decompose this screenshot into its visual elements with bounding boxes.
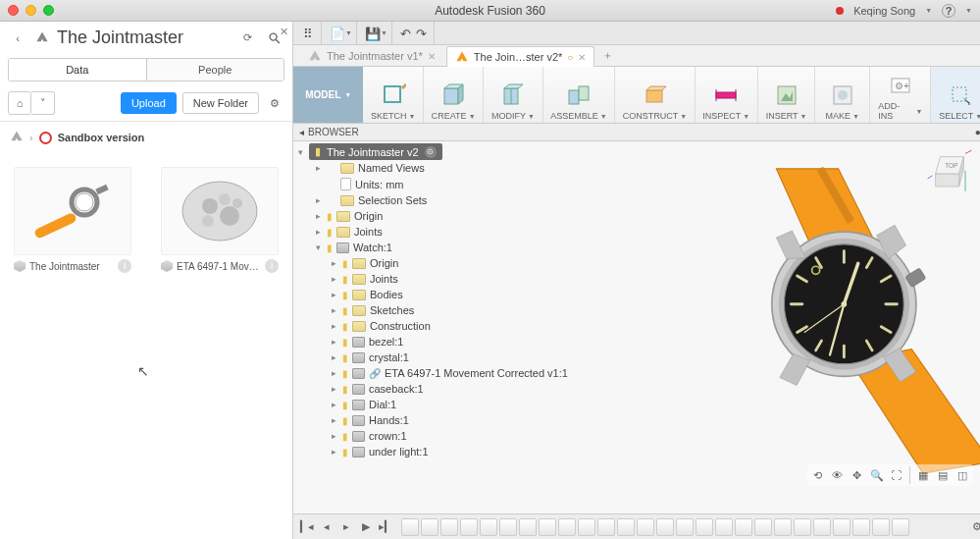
timeline-feature[interactable] xyxy=(440,518,458,536)
info-icon[interactable]: i xyxy=(265,259,279,273)
save-icon[interactable]: 💾 xyxy=(365,27,379,40)
ribbon-make[interactable]: MAKE ▼ xyxy=(815,67,870,123)
file-item[interactable]: ETA 6497-1 Move… i xyxy=(161,167,279,273)
expand-icon[interactable]: ▸ xyxy=(329,447,338,457)
zoom-window-button[interactable] xyxy=(43,5,54,16)
timeline-feature[interactable] xyxy=(696,518,713,536)
bulb-icon[interactable]: ▮ xyxy=(327,243,333,253)
tree-root[interactable]: ▮ The Jointmaster v2 ⊙ xyxy=(309,143,442,160)
timeline-end-icon[interactable]: ▸▎ xyxy=(378,519,393,535)
tree-node[interactable]: ▸▮Construction xyxy=(327,319,590,333)
help-icon[interactable]: ? xyxy=(942,4,955,18)
timeline-feature[interactable] xyxy=(578,518,595,536)
timeline-feature[interactable] xyxy=(519,518,537,536)
viewcube[interactable]: TOP xyxy=(926,147,973,194)
timeline-feature[interactable] xyxy=(754,518,772,536)
expand-icon[interactable]: ▸ xyxy=(313,227,323,237)
file-item[interactable]: The Jointmaster i xyxy=(14,167,131,273)
new-folder-button[interactable]: New Folder xyxy=(182,92,259,114)
timeline-feature[interactable] xyxy=(460,518,478,536)
bulb-icon[interactable]: ▮ xyxy=(327,227,333,238)
expand-icon[interactable]: ▸ xyxy=(329,274,338,284)
bulb-icon[interactable]: ▮ xyxy=(342,352,348,363)
tree-node[interactable]: ▸▮Origin xyxy=(327,256,590,270)
ribbon-modify[interactable]: MODIFY ▼ xyxy=(484,67,542,123)
ribbon-select[interactable]: SELECT ▼ xyxy=(931,67,980,123)
user-menu-icon[interactable]: ▼ xyxy=(925,7,932,14)
file-menu-icon[interactable]: ▼ xyxy=(345,29,352,36)
pan-icon[interactable]: ✥ xyxy=(849,466,866,484)
tree-node[interactable]: ▸Named Views xyxy=(311,161,590,175)
workspace-switcher[interactable]: MODEL ▼ xyxy=(293,67,363,123)
user-name[interactable]: Keqing Song xyxy=(853,5,915,17)
timeline-next-icon[interactable]: ▸ xyxy=(338,519,354,535)
tree-node[interactable]: ▸▮Joints xyxy=(327,272,590,286)
expand-icon[interactable]: ▸ xyxy=(329,431,338,441)
document-tab[interactable]: The Join…ster v2* ○ ✕ xyxy=(446,46,595,67)
grid-icon[interactable]: ▤ xyxy=(934,466,952,484)
timeline-feature[interactable] xyxy=(539,518,556,536)
tree-node[interactable]: ▸▮caseback:1 xyxy=(327,382,590,396)
back-button[interactable]: ‹ xyxy=(8,28,27,48)
timeline-feature[interactable] xyxy=(872,518,890,536)
timeline-feature[interactable] xyxy=(637,518,654,536)
timeline-feature[interactable] xyxy=(735,518,752,536)
tree-node[interactable]: ▸▮Dial:1 xyxy=(327,398,590,411)
zoom-icon[interactable]: 🔍 xyxy=(868,466,886,484)
tree-node[interactable]: ▸▮crown:1 xyxy=(327,429,590,443)
tab-data[interactable]: Data xyxy=(9,59,146,81)
tab-close-icon[interactable]: ✕ xyxy=(428,51,436,62)
tree-node[interactable]: ▸Selection Sets xyxy=(311,193,590,207)
panel-close-icon[interactable]: ✕ xyxy=(280,26,288,38)
tree-node[interactable]: ▸▮Bodies xyxy=(327,288,590,301)
tree-node[interactable]: ▸▮crystal:1 xyxy=(327,350,590,364)
expand-icon[interactable]: ▸ xyxy=(329,368,338,378)
look-icon[interactable]: 👁 xyxy=(829,466,847,484)
display-icon[interactable]: ▦ xyxy=(914,466,932,484)
home-button[interactable]: ⌂ xyxy=(8,91,31,115)
viewport-icon[interactable]: ◫ xyxy=(954,466,971,484)
timeline-feature[interactable] xyxy=(421,518,438,536)
timeline-feature[interactable] xyxy=(813,518,831,536)
bulb-icon[interactable]: ▮ xyxy=(342,431,348,442)
tree-node[interactable]: ▸▮under light:1 xyxy=(327,445,590,458)
timeline-feature[interactable] xyxy=(833,518,851,536)
ribbon-insert[interactable]: INSERT ▼ xyxy=(758,67,815,123)
expand-icon[interactable]: ▸ xyxy=(329,415,338,425)
help-menu-icon[interactable]: ▼ xyxy=(965,7,972,14)
expand-icon[interactable]: ▸ xyxy=(329,305,338,315)
timeline-feature[interactable] xyxy=(597,518,615,536)
timeline-feature[interactable] xyxy=(794,518,811,536)
bulb-icon[interactable]: ▮ xyxy=(342,400,348,410)
tab-close-icon[interactable]: ✕ xyxy=(578,52,586,63)
undo-icon[interactable]: ↶ xyxy=(400,27,414,40)
timeline-settings-icon[interactable]: ⚙ xyxy=(969,519,980,535)
orbit-icon[interactable]: ⟲ xyxy=(809,466,827,484)
expand-icon[interactable]: ▸ xyxy=(329,337,338,347)
timeline-feature[interactable] xyxy=(852,518,870,536)
bulb-icon[interactable]: ▮ xyxy=(342,384,348,395)
timeline-prev-icon[interactable]: ◂ xyxy=(319,519,335,535)
timeline-feature[interactable] xyxy=(499,518,517,536)
refresh-button[interactable]: ⟳ xyxy=(237,28,257,48)
fit-icon[interactable]: ⛶ xyxy=(888,466,905,484)
save-menu-icon[interactable]: ▼ xyxy=(381,29,387,36)
ribbon-inspect[interactable]: INSPECT ▼ xyxy=(696,67,758,123)
timeline-feature[interactable] xyxy=(558,518,576,536)
bulb-icon[interactable]: ▮ xyxy=(342,305,348,316)
timeline-feature[interactable] xyxy=(892,518,909,536)
tree-node[interactable]: ▸▮bezel:1 xyxy=(327,335,590,349)
bulb-icon[interactable]: ▮ xyxy=(315,145,321,158)
info-icon[interactable]: i xyxy=(118,259,131,273)
document-tab[interactable]: The Jointmaster v1* ✕ xyxy=(299,45,444,66)
timeline-feature[interactable] xyxy=(656,518,674,536)
active-component-icon[interactable]: ⊙ xyxy=(425,146,437,158)
expand-icon[interactable]: ▸ xyxy=(329,290,338,299)
tree-node[interactable]: ▸▮Hands:1 xyxy=(327,413,590,427)
expand-icon[interactable]: ▸ xyxy=(313,163,323,173)
browser-collapse-icon[interactable]: ◂ xyxy=(299,127,304,137)
canvas[interactable]: ◂ BROWSER ●— ▾ ▮ The Jointmaster v2 ⊙ ▸N… xyxy=(293,124,980,513)
close-window-button[interactable] xyxy=(8,5,19,16)
redo-icon[interactable]: ↷ xyxy=(416,27,430,40)
expand-icon[interactable]: ▸ xyxy=(329,384,338,394)
